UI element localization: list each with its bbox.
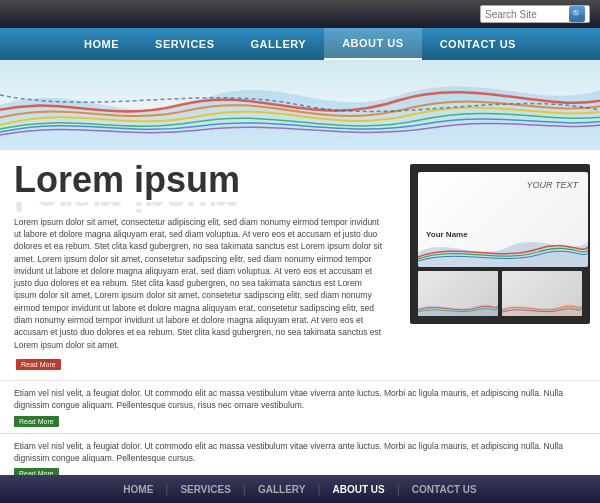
left-panel: Lorem ipsum Lorem ipsum Lorem ipsum dolo… bbox=[0, 150, 400, 380]
footer-item-home[interactable]: HOME bbox=[111, 484, 165, 495]
nav-bar: HOME SERVICES GALLERY ABOUT US CONTACT U… bbox=[0, 28, 600, 60]
body-paragraph-1: Lorem ipsum dolor sit amet, consectetur … bbox=[14, 216, 386, 351]
body-paragraph-3: Etiam vel nisl velit, a feugiat dolor. U… bbox=[14, 440, 586, 465]
nav-item-home[interactable]: HOME bbox=[66, 28, 137, 60]
top-bar: 🔍 bbox=[0, 0, 600, 28]
search-box[interactable]: 🔍 bbox=[480, 5, 590, 23]
card-container: YOUR TEXT Your Name bbox=[410, 164, 590, 324]
card-thumbnails bbox=[418, 271, 582, 316]
nav-item-about[interactable]: ABOUT US bbox=[324, 28, 421, 60]
right-panel: YOUR TEXT Your Name bbox=[400, 150, 600, 380]
section-2: Etiam vel nisl velit, a feugiat dolor. U… bbox=[0, 380, 600, 433]
nav-item-services[interactable]: SERVICES bbox=[137, 28, 232, 60]
nav-item-gallery[interactable]: GALLERY bbox=[233, 28, 325, 60]
title-reflection: Lorem ipsum bbox=[14, 202, 386, 216]
body-paragraph-2: Etiam vel nisl velit, a feugiat dolor. U… bbox=[14, 387, 586, 412]
hero-wave bbox=[0, 60, 600, 150]
footer-item-contact[interactable]: CONTACT US bbox=[400, 484, 489, 495]
read-more-button-1[interactable]: Read More bbox=[16, 359, 61, 370]
section-2-text: Etiam vel nisl velit, a feugiat dolor. U… bbox=[14, 387, 586, 427]
footer-item-services[interactable]: SERVICES bbox=[168, 484, 242, 495]
read-more-button-2[interactable]: Read More bbox=[14, 416, 59, 427]
card-name: Your Name bbox=[426, 230, 468, 239]
main-title: Lorem ipsum bbox=[14, 160, 386, 200]
footer-nav: HOME | SERVICES | GALLERY | ABOUT US | C… bbox=[0, 475, 600, 503]
footer-item-gallery[interactable]: GALLERY bbox=[246, 484, 317, 495]
card-your-text: YOUR TEXT bbox=[526, 180, 578, 190]
business-card: YOUR TEXT Your Name bbox=[418, 172, 588, 267]
card-thumb-1 bbox=[418, 271, 498, 316]
card-thumb-2 bbox=[502, 271, 582, 316]
nav-item-contact[interactable]: CONTACT US bbox=[422, 28, 534, 60]
main-content: Lorem ipsum Lorem ipsum Lorem ipsum dolo… bbox=[0, 150, 600, 380]
search-input[interactable] bbox=[485, 9, 565, 20]
footer-item-about[interactable]: ABOUT US bbox=[321, 484, 397, 495]
search-button[interactable]: 🔍 bbox=[569, 6, 585, 22]
